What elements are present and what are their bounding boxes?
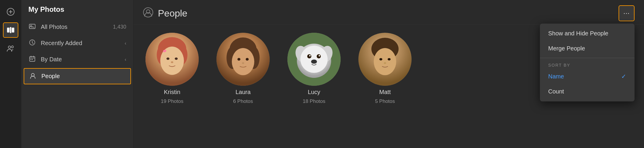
- more-button[interactable]: ···: [619, 5, 635, 21]
- svg-point-51: [384, 62, 386, 64]
- svg-rect-3: [7, 28, 9, 32]
- page-title: People: [158, 8, 187, 19]
- page-icon: [143, 7, 153, 19]
- sidebar-title: My Photos: [21, 5, 133, 19]
- svg-rect-5: [12, 28, 14, 32]
- svg-point-45: [311, 60, 317, 64]
- person-card-kristin[interactable]: Kristin 19 Photos: [145, 33, 199, 104]
- avatar-matt: [358, 33, 412, 86]
- people-label: People: [41, 73, 126, 80]
- person-count-matt: 5 Photos: [375, 98, 395, 104]
- svg-point-6: [8, 46, 11, 48]
- dropdown-show-hide[interactable]: Show and Hide People: [540, 26, 635, 41]
- svg-point-32: [237, 58, 240, 61]
- recently-added-icon: [28, 39, 36, 47]
- sidebar-item-people[interactable]: People: [24, 68, 131, 84]
- person-card-matt[interactable]: Matt 5 Photos: [358, 33, 412, 104]
- by-date-icon: [28, 55, 36, 63]
- checkmark-icon: ✓: [621, 73, 626, 80]
- svg-point-24: [171, 61, 173, 63]
- svg-point-43: [309, 55, 311, 57]
- all-photos-count: 1,430: [113, 24, 126, 30]
- dropdown-divider: [540, 58, 635, 58]
- person-name-kristin: Kristin: [164, 89, 180, 96]
- person-count-lucy: 18 Photos: [303, 98, 326, 104]
- header-actions: ··· Show and Hide People Merge People SO…: [619, 5, 635, 21]
- sidebar-item-recently-added[interactable]: Recently Added ‹: [21, 35, 133, 51]
- sidebar: My Photos All Photos 1,430 Recently Adde…: [21, 0, 134, 148]
- svg-rect-13: [32, 59, 33, 60]
- svg-point-31: [232, 48, 254, 75]
- svg-point-33: [246, 58, 249, 61]
- sort-by-label: SORT BY: [540, 60, 635, 69]
- recently-added-chevron: ‹: [125, 41, 126, 46]
- svg-point-40: [300, 46, 328, 73]
- person-name-laura: Laura: [235, 89, 250, 96]
- avatar-kristin: [145, 33, 199, 86]
- svg-point-7: [12, 46, 14, 48]
- svg-rect-4: [10, 27, 11, 33]
- svg-point-49: [379, 58, 382, 60]
- person-count-kristin: 19 Photos: [161, 98, 184, 104]
- person-card-laura[interactable]: Laura 6 Photos: [216, 33, 270, 104]
- by-date-chevron: ‹: [125, 57, 126, 62]
- svg-point-50: [388, 58, 391, 60]
- dropdown-sort-count[interactable]: Count: [540, 84, 635, 99]
- sidebar-item-by-date[interactable]: By Date ‹: [21, 51, 133, 68]
- library-button[interactable]: [3, 22, 18, 38]
- dropdown-menu: Show and Hide People Merge People SORT B…: [540, 24, 635, 101]
- all-photos-icon: [28, 23, 36, 31]
- person-name-matt: Matt: [379, 89, 391, 96]
- person-card-lucy[interactable]: Lucy 18 Photos: [287, 33, 341, 104]
- svg-point-23: [175, 57, 178, 60]
- svg-point-41: [307, 54, 311, 58]
- recently-added-label: Recently Added: [41, 40, 120, 47]
- all-photos-label: All Photos: [41, 24, 108, 30]
- dropdown-sort-name[interactable]: Name ✓: [540, 69, 635, 84]
- dropdown-merge[interactable]: Merge People: [540, 41, 635, 56]
- icon-bar: [0, 0, 21, 148]
- main-content: People ··· Show and Hide People Merge Pe…: [134, 0, 644, 148]
- svg-point-34: [242, 62, 244, 64]
- svg-rect-12: [30, 59, 31, 60]
- person-count-laura: 6 Photos: [233, 98, 253, 104]
- svg-point-44: [319, 55, 320, 57]
- person-name-lucy: Lucy: [308, 89, 320, 96]
- avatar-laura: [216, 33, 270, 86]
- sidebar-item-all-photos[interactable]: All Photos 1,430: [21, 19, 133, 35]
- people-sidebar-icon: [29, 72, 37, 80]
- people-icon-bar-button[interactable]: [3, 41, 18, 56]
- by-date-label: By Date: [41, 56, 120, 63]
- svg-point-22: [166, 57, 169, 60]
- svg-point-42: [317, 54, 321, 58]
- main-header: People ··· Show and Hide People Merge Pe…: [134, 0, 644, 24]
- avatar-lucy: [287, 33, 341, 86]
- svg-point-48: [374, 48, 396, 75]
- add-button[interactable]: [3, 4, 18, 19]
